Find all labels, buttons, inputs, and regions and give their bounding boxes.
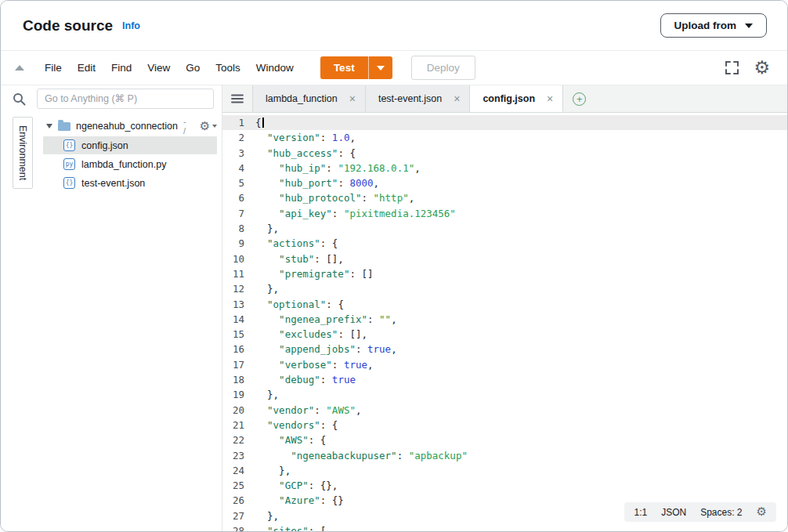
code-text: "excludes": [], (255, 327, 367, 342)
line-number: 17 (222, 357, 255, 372)
fullscreen-icon[interactable] (725, 60, 739, 75)
code-line-13[interactable]: 13 "optional": { (222, 297, 787, 312)
code-line-19[interactable]: 19 }, (222, 387, 787, 402)
line-number: 1 (222, 115, 255, 130)
environment-tab[interactable]: Environment (13, 117, 33, 189)
search-icon[interactable] (1, 92, 37, 106)
language-mode[interactable]: JSON (661, 507, 686, 518)
menu-file[interactable]: File (37, 56, 70, 79)
close-tab-icon[interactable]: × (547, 92, 553, 105)
code-text: "debug": true (255, 372, 356, 387)
chevron-down-icon[interactable] (46, 124, 52, 128)
menu-edit[interactable]: Edit (70, 56, 103, 79)
info-link[interactable]: Info (122, 20, 140, 31)
code-line-16[interactable]: 16 "append_jobs": true, (222, 342, 787, 356)
code-line-8[interactable]: 8 }, (222, 221, 787, 236)
tree-file-lambda_function.py[interactable]: pylambda_function.py (43, 155, 217, 173)
line-number: 10 (222, 252, 255, 266)
code-text: "vendor": "AWS", (255, 403, 362, 418)
code-line-11[interactable]: 11 "premigrate": [] (222, 266, 787, 281)
editor-tabs: lambda_function×test-event.json×config.j… (252, 85, 563, 112)
chevron-down-icon (745, 24, 753, 28)
test-button[interactable]: Test (320, 56, 392, 79)
code-text: "ngeneabackupuser": "apbackup" (255, 448, 468, 463)
menu-go[interactable]: Go (178, 56, 208, 79)
code-line-18[interactable]: 18 "debug": true (222, 372, 787, 387)
goto-anything-input[interactable] (37, 89, 214, 109)
code-line-17[interactable]: 17 "verbose": true, (222, 357, 787, 372)
indentation-setting[interactable]: Spaces: 2 (700, 507, 742, 518)
code-line-24[interactable]: 24 }, (222, 463, 787, 478)
tab-list-icon[interactable] (222, 85, 252, 112)
code-line-10[interactable]: 10 "stub": [], (222, 252, 787, 266)
code-text: "AWS": { (255, 432, 326, 447)
menubar: FileEditFindViewGoToolsWindow Test Deplo… (1, 51, 787, 85)
tabbar: lambda_function×test-event.json×config.j… (222, 85, 787, 113)
code-line-20[interactable]: 20 "vendor": "AWS", (222, 403, 787, 418)
file-tree-list: {}config.jsonpylambda_function.py{}test-… (37, 136, 217, 192)
code-line-21[interactable]: 21 "vendors": { (222, 418, 787, 432)
code-text: "Azure": {} (255, 493, 344, 508)
line-number: 20 (222, 403, 255, 418)
collapse-editor-icon[interactable] (15, 65, 24, 71)
close-tab-icon[interactable]: × (349, 92, 356, 105)
code-line-9[interactable]: 9 "actions": { (222, 236, 787, 251)
test-dropdown-button[interactable] (368, 56, 392, 79)
tab-config.json[interactable]: config.json× (470, 85, 563, 112)
test-button-label[interactable]: Test (320, 56, 368, 79)
line-number: 24 (222, 463, 255, 478)
new-tab-icon[interactable]: + (573, 92, 586, 106)
tree-file-test-event.json[interactable]: {}test-event.json (43, 174, 217, 192)
editor-settings-gear-icon[interactable]: ⚙ (757, 506, 767, 518)
menu-tools[interactable]: Tools (208, 56, 248, 79)
code-line-3[interactable]: 3 "hub_access": { (222, 146, 787, 161)
sidebar-search-row (1, 85, 222, 112)
line-number: 11 (222, 266, 255, 281)
cursor-position[interactable]: 1:1 (634, 507, 647, 518)
folder-icon (58, 122, 70, 131)
code-text: "verbose": true, (255, 357, 374, 372)
tab-lambda_function[interactable]: lambda_function× (252, 85, 366, 112)
tab-test-event.json[interactable]: test-event.json× (366, 85, 470, 112)
code-line-28[interactable]: 28 "sites": [ (222, 523, 787, 531)
code-text: { (255, 115, 264, 130)
code-text: "premigrate": [] (255, 266, 374, 281)
code-line-1[interactable]: 1{ (222, 115, 787, 130)
code-line-14[interactable]: 14 "ngenea_prefix": "", (222, 312, 787, 327)
sidebar-body: Environment ngeneahub_connection - / ⚙ {… (1, 112, 222, 531)
code-text: "optional": { (255, 297, 344, 312)
line-number: 15 (222, 327, 255, 342)
menu-find[interactable]: Find (103, 56, 139, 79)
code-line-23[interactable]: 23 "ngeneabackupuser": "apbackup" (222, 448, 787, 463)
code-line-4[interactable]: 4 "hub_ip": "192.168.0.1", (222, 161, 787, 176)
code-line-15[interactable]: 15 "excludes": [], (222, 327, 787, 342)
folder-settings-button[interactable]: ⚙ (200, 121, 217, 132)
code-line-2[interactable]: 2 "version": 1.0, (222, 130, 787, 145)
tree-file-config.json[interactable]: {}config.json (43, 136, 217, 154)
code-line-25[interactable]: 25 "GCP": {}, (222, 478, 787, 493)
upload-from-button[interactable]: Upload from (660, 13, 768, 38)
menubar-icons: ⚙ (725, 59, 770, 77)
editor-area: lambda_function×test-event.json×config.j… (222, 85, 787, 531)
close-tab-icon[interactable]: × (454, 92, 460, 105)
code-line-6[interactable]: 6 "hub_protocol": "http", (222, 190, 787, 205)
line-number: 7 (222, 206, 255, 221)
code-text: }, (255, 508, 279, 523)
code-line-22[interactable]: 22 "AWS": { (222, 432, 787, 447)
menu-view[interactable]: View (139, 56, 178, 79)
code-text: }, (255, 387, 279, 402)
line-number: 28 (222, 523, 255, 531)
line-number: 22 (222, 432, 255, 447)
tab-label: lambda_function (266, 93, 338, 104)
code-line-7[interactable]: 7 "api_key": "pixitmedia.123456" (222, 206, 787, 221)
chevron-down-icon (377, 66, 385, 71)
code-line-5[interactable]: 5 "hub_port": 8000, (222, 176, 787, 190)
menu-window[interactable]: Window (248, 56, 302, 79)
deploy-button[interactable]: Deploy (411, 56, 475, 80)
code-editor[interactable]: 1{2 "version": 1.0,3 "hub_access": {4 "h… (222, 113, 787, 531)
code-line-12[interactable]: 12 }, (222, 281, 787, 296)
settings-gear-icon[interactable]: ⚙ (754, 59, 770, 77)
code-text: "api_key": "pixitmedia.123456" (255, 206, 456, 221)
tree-folder-row[interactable]: ngeneahub_connection - / ⚙ (37, 117, 217, 136)
line-number: 19 (222, 387, 255, 402)
